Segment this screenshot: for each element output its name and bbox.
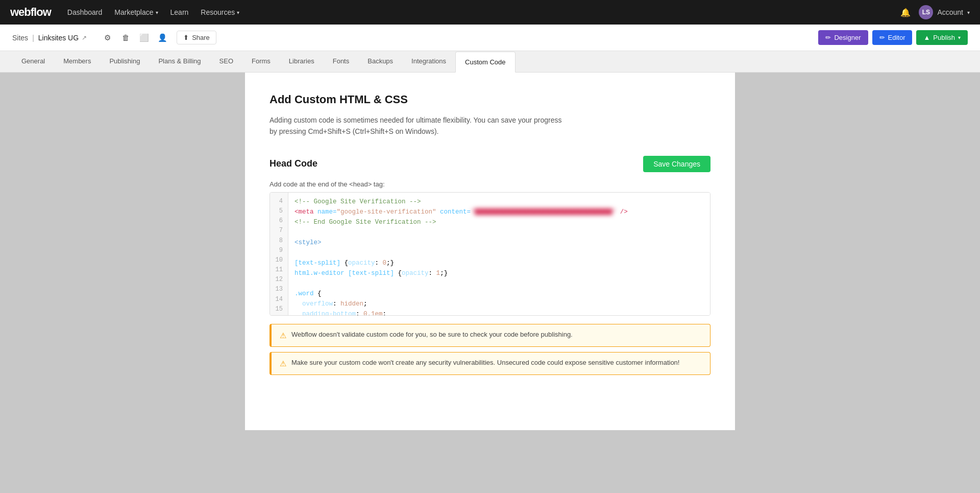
tab-publishing[interactable]: Publishing [100, 51, 149, 72]
code-line-15: padding-bottom: 0.1em; [295, 309, 704, 315]
page-description: Adding custom code is sometimes needed f… [270, 114, 710, 137]
add-code-label: Add code at the end of the <head> tag: [270, 180, 710, 188]
tab-libraries[interactable]: Libraries [280, 51, 324, 72]
warning-box-2: ⚠ Make sure your custom code won't creat… [270, 352, 710, 375]
warning-box-1: ⚠ Webflow doesn't validate custom code f… [270, 324, 710, 347]
code-line-13: .word { [295, 289, 704, 299]
tab-members[interactable]: Members [54, 51, 100, 72]
head-code-header: Head Code Save Changes [270, 156, 710, 172]
head-code-title: Head Code [270, 158, 317, 169]
publish-caret-icon: ▾ [958, 35, 961, 40]
tab-general[interactable]: General [12, 51, 54, 72]
code-content[interactable]: <!-- Google Site Verification --> <meta … [288, 193, 710, 315]
marketplace-caret-icon: ▾ [156, 10, 158, 15]
nav-resources[interactable]: Resources ▾ [201, 8, 239, 16]
top-nav-right: 🔔 LS Account ▾ [900, 5, 970, 19]
editor-icon: ✏ [879, 34, 885, 41]
code-line-12 [295, 278, 704, 289]
webflow-logo[interactable]: webflow [10, 6, 51, 19]
code-editor-inner: 4567 891011 12131415 16171819 <!-- Googl… [270, 193, 710, 315]
sub-nav: Sites | Linksites UG ↗ ⚙ 🗑 ⬜ 👤 ⬆ Share ✏… [0, 25, 980, 51]
site-users-icon[interactable]: ⚙ [99, 30, 115, 46]
code-editor[interactable]: 4567 891011 12131415 16171819 <!-- Googl… [270, 192, 710, 316]
main-content: Add Custom HTML & CSS Adding custom code… [245, 73, 735, 430]
external-link-icon[interactable]: ↗ [82, 34, 87, 41]
publish-button[interactable]: ▲ Publish ▾ [916, 30, 968, 45]
line-numbers: 4567 891011 12131415 16171819 [270, 193, 288, 315]
designer-button[interactable]: ✏ Designer [818, 30, 868, 45]
current-site-name: Linksites UG ↗ [38, 34, 87, 42]
code-line-5: <meta name="google-site-verification" co… [295, 207, 704, 217]
tab-integrations[interactable]: Integrations [402, 51, 455, 72]
page-wrapper: General Members Publishing Plans & Billi… [0, 51, 980, 493]
tab-backups[interactable]: Backups [358, 51, 402, 72]
breadcrumb-separator: | [32, 34, 34, 42]
tab-seo[interactable]: SEO [210, 51, 242, 72]
tab-plans-billing[interactable]: Plans & Billing [149, 51, 210, 72]
breadcrumb: Sites | Linksites UG ↗ [12, 34, 87, 42]
nav-dashboard[interactable]: Dashboard [67, 8, 103, 16]
site-trash-icon[interactable]: 🗑 [117, 30, 134, 46]
code-line-6: <!-- End Google Site Verification --> [295, 217, 704, 227]
tab-custom-code[interactable]: Custom Code [455, 52, 515, 73]
site-duplicate-icon[interactable]: ⬜ [136, 30, 152, 46]
warning-icon-2: ⚠ [280, 359, 286, 368]
code-line-11: html.w-editor [text-split] {opacity: 1;} [295, 268, 704, 278]
account-caret-icon: ▾ [967, 10, 970, 15]
code-line-14: overflow: hidden; [295, 299, 704, 309]
publish-icon: ▲ [923, 34, 930, 41]
editor-button[interactable]: ✏ Editor [872, 30, 913, 45]
code-line-9 [295, 248, 704, 258]
tab-forms[interactable]: Forms [242, 51, 280, 72]
tab-bar: General Members Publishing Plans & Billi… [0, 51, 980, 73]
designer-icon: ✏ [825, 34, 831, 41]
code-line-7 [295, 227, 704, 238]
sites-link[interactable]: Sites [12, 34, 28, 42]
save-changes-button[interactable]: Save Changes [643, 156, 710, 172]
page-title: Add Custom HTML & CSS [270, 93, 710, 106]
site-icon-group: ⚙ 🗑 ⬜ 👤 ⬆ Share [99, 30, 216, 46]
share-button[interactable]: ⬆ Share [177, 31, 216, 44]
code-line-8: <style> [295, 238, 704, 248]
tab-fonts[interactable]: Fonts [324, 51, 359, 72]
site-settings-icon[interactable]: 👤 [154, 30, 170, 46]
top-nav: webflow Dashboard Marketplace ▾ Learn Re… [0, 0, 980, 25]
nav-learn[interactable]: Learn [170, 8, 189, 16]
nav-marketplace[interactable]: Marketplace ▾ [114, 8, 158, 16]
resources-caret-icon: ▾ [237, 10, 239, 15]
notification-bell-icon[interactable]: 🔔 [900, 8, 911, 17]
code-line-10: [text-split] {opacity: 0;} [295, 258, 704, 268]
account-button[interactable]: LS Account ▾ [919, 5, 970, 19]
right-action-buttons: ✏ Designer ✏ Editor ▲ Publish ▾ [818, 30, 968, 45]
avatar: LS [919, 5, 933, 19]
code-line-4: <!-- Google Site Verification --> [295, 197, 704, 207]
warning-icon-1: ⚠ [280, 331, 286, 340]
share-icon: ⬆ [183, 34, 189, 41]
